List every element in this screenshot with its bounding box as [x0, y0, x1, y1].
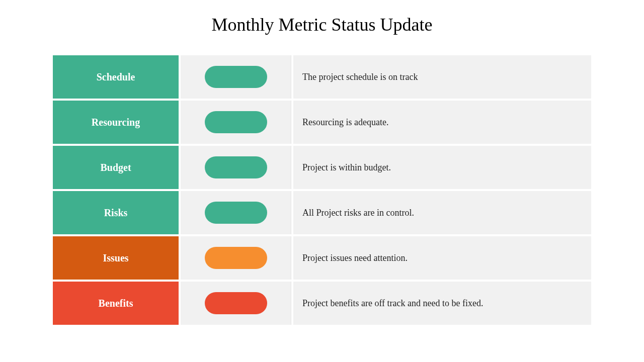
- metric-pill-cell: [181, 191, 291, 234]
- metric-label-schedule: Schedule: [53, 55, 179, 99]
- metric-label-resourcing: Resourcing: [53, 101, 179, 144]
- metric-row-budget: Budget Project is within budget.: [53, 146, 591, 189]
- status-pill-risks: [205, 202, 267, 224]
- status-pill-budget: [205, 156, 267, 178]
- status-pill-resourcing: [205, 111, 267, 133]
- metric-desc-issues: Project issues need attention.: [293, 236, 591, 280]
- metric-label-benefits: Benefits: [53, 282, 179, 325]
- metric-pill-cell: [181, 236, 291, 280]
- status-pill-benefits: [205, 292, 267, 314]
- metric-label-budget: Budget: [53, 146, 179, 189]
- metric-row-risks: Risks All Project risks are in control.: [53, 191, 591, 234]
- metric-desc-risks: All Project risks are in control.: [293, 191, 591, 234]
- metric-table: Schedule The project schedule is on trac…: [53, 55, 591, 325]
- metric-label-issues: Issues: [53, 236, 179, 280]
- status-pill-issues: [205, 247, 267, 269]
- metric-desc-resourcing: Resourcing is adequate.: [293, 101, 591, 144]
- metric-row-resourcing: Resourcing Resourcing is adequate.: [53, 101, 591, 144]
- metric-pill-cell: [181, 282, 291, 325]
- metric-row-benefits: Benefits Project benefits are off track …: [53, 282, 591, 325]
- metric-row-issues: Issues Project issues need attention.: [53, 236, 591, 280]
- metric-pill-cell: [181, 146, 291, 189]
- metric-row-schedule: Schedule The project schedule is on trac…: [53, 55, 591, 99]
- metric-desc-budget: Project is within budget.: [293, 146, 591, 189]
- metric-label-risks: Risks: [53, 191, 179, 234]
- metric-pill-cell: [181, 101, 291, 144]
- metric-pill-cell: [181, 55, 291, 99]
- metric-desc-schedule: The project schedule is on track: [293, 55, 591, 99]
- status-pill-schedule: [205, 66, 267, 88]
- metric-desc-benefits: Project benefits are off track and need …: [293, 282, 591, 325]
- page-title: Monthly Metric Status Update: [0, 0, 644, 55]
